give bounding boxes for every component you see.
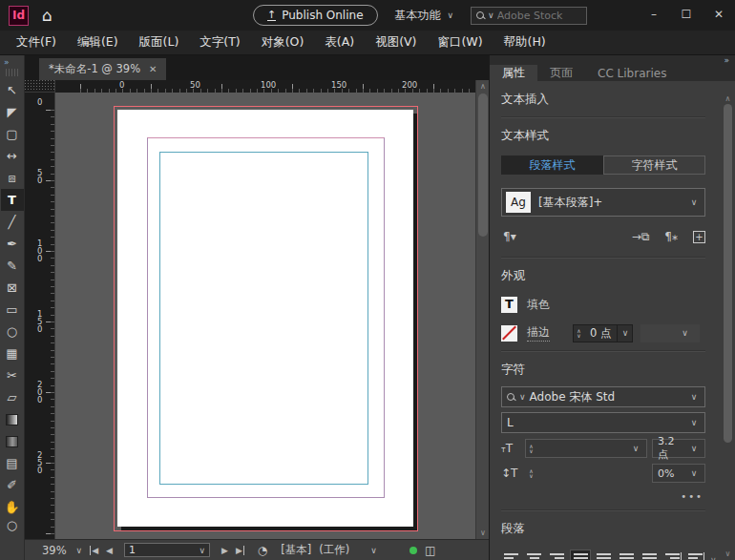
zoom-tool[interactable]: ○	[1, 518, 24, 531]
line-tool[interactable]: ╱	[1, 211, 24, 233]
pages-layout-icon[interactable]: ◫	[425, 544, 435, 557]
document-tab[interactable]: *未命名-1 @ 39% ✕	[39, 58, 166, 80]
rectangle-frame-tool[interactable]: ⊠	[1, 277, 24, 299]
menu-type[interactable]: 文字(T)	[189, 34, 250, 51]
align-toward-spine-button[interactable]	[662, 550, 682, 560]
paragraph-styles-tab[interactable]: 段落样式	[501, 156, 603, 175]
paragraph-style-dropdown[interactable]: Ag [基本段落]+ ∨	[501, 188, 705, 217]
chevron-down-icon[interactable]: ∨	[370, 546, 377, 555]
scroll-down-icon[interactable]: ∨	[721, 550, 735, 558]
pasteboard[interactable]	[55, 93, 475, 539]
toolbar-grip[interactable]	[6, 69, 19, 76]
rectangle-tool[interactable]: ▭	[1, 299, 24, 321]
menu-edit[interactable]: 编辑(E)	[67, 34, 129, 51]
chevron-down-icon[interactable]: ∨	[617, 325, 632, 342]
font-style-dropdown[interactable]: L ∨	[501, 412, 705, 433]
gap-tool[interactable]: ↔	[1, 145, 24, 167]
zoom-level-control[interactable]: 39% ∨	[42, 544, 82, 557]
menu-view[interactable]: 视图(V)	[365, 34, 427, 51]
text-frame[interactable]	[159, 152, 368, 485]
align-right-button[interactable]	[547, 550, 567, 560]
free-transform-tool[interactable]: ▱	[1, 386, 24, 408]
content-collector-tool[interactable]: ⧈	[1, 167, 24, 189]
hand-tool[interactable]: ✋	[1, 496, 24, 518]
vertical-ruler[interactable]: 0 50 100 150 200 250	[25, 93, 55, 539]
pen-tool[interactable]: ✒	[1, 233, 24, 255]
adobe-stock-search[interactable]: ∨	[471, 7, 587, 25]
preflight-profile[interactable]: (工作)	[319, 543, 349, 557]
tab-close-icon[interactable]: ✕	[149, 64, 157, 74]
stroke-label[interactable]: 描边	[527, 324, 550, 342]
maximize-button[interactable]: ☐	[670, 0, 703, 29]
page-number-input[interactable]	[129, 544, 186, 556]
fill-swatch[interactable]: T	[501, 297, 517, 313]
workspace-switcher[interactable]: 基本功能 ∨	[395, 8, 454, 24]
horizontal-ruler[interactable]: 0 50 100 150 200	[55, 80, 475, 93]
ellipse-tool[interactable]: ○	[1, 321, 24, 342]
justify-last-center-button[interactable]	[594, 550, 614, 560]
menu-object[interactable]: 对象(O)	[251, 34, 315, 51]
align-away-spine-button[interactable]	[685, 550, 705, 560]
panel-scrollbar[interactable]: ∧ ∨	[721, 93, 735, 560]
vertical-scrollbar[interactable]: ∧ ∨	[475, 80, 489, 539]
new-style-icon[interactable]: +	[693, 231, 705, 243]
page-1[interactable]	[117, 110, 413, 527]
justify-last-left-button[interactable]	[570, 550, 591, 560]
minimize-button[interactable]: –	[638, 0, 670, 29]
align-left-button[interactable]	[501, 550, 521, 560]
search-input[interactable]	[497, 10, 579, 22]
stepper-icon[interactable]: ∧ ∨	[526, 444, 536, 453]
redefine-style-icon[interactable]: →⧉	[632, 230, 650, 243]
stepper-icon[interactable]: ∧ ∨	[526, 468, 536, 478]
last-page-button[interactable]: ▶	[236, 546, 244, 555]
tab-pages[interactable]: 页面	[537, 65, 585, 81]
chevron-down-icon[interactable]: ∨	[710, 555, 717, 560]
menu-table[interactable]: 表(A)	[314, 34, 365, 51]
ruler-origin[interactable]	[25, 80, 55, 93]
home-icon[interactable]: ⌂	[42, 8, 52, 24]
first-page-button[interactable]: ◀	[90, 546, 98, 555]
page-number-field[interactable]: ∨	[124, 543, 210, 557]
clear-overrides-icon[interactable]: ¶⁎	[664, 230, 678, 243]
justify-all-button[interactable]	[640, 550, 660, 560]
canvas[interactable]: 0 50 100 150 200 0 50 100 150 200 250	[25, 80, 489, 539]
stroke-type-dropdown[interactable]: ∨	[640, 324, 700, 342]
selection-tool[interactable]: ↖	[1, 79, 24, 101]
direct-selection-tool[interactable]: ◤	[1, 101, 24, 123]
gradient-feather-tool[interactable]	[1, 430, 24, 452]
gradient-swatch-tool[interactable]	[1, 408, 24, 430]
publish-online-button[interactable]: ↑ Publish Online	[253, 5, 378, 26]
kerning-combo[interactable]: ∧ ∨	[525, 464, 647, 483]
menu-layout[interactable]: 版面(L)	[129, 34, 190, 51]
stroke-swatch[interactable]	[501, 325, 517, 342]
grid-tool[interactable]: ▦	[1, 342, 24, 364]
page-tool[interactable]: ▢	[1, 123, 24, 145]
preflight-gauge-icon[interactable]: ◔	[258, 544, 267, 557]
stroke-weight-box[interactable]: ∧ ∨ 0 点 ∨	[573, 324, 633, 342]
previous-page-button[interactable]: ◀	[106, 546, 113, 555]
character-more-options[interactable]: •••	[501, 487, 705, 509]
note-tool[interactable]: ▤	[1, 452, 24, 474]
paragraph-options-icon[interactable]: ¶▾	[503, 230, 516, 243]
tab-cc-libraries[interactable]: CC Libraries	[585, 65, 679, 81]
scrollbar-thumb[interactable]	[478, 93, 488, 237]
preflight-preset[interactable]: [基本]	[281, 543, 311, 557]
fill-label[interactable]: 填色	[527, 297, 550, 313]
leading-combo[interactable]: 3.2 点 ∨	[652, 439, 705, 458]
font-size-combo[interactable]: ∧ ∨ ∨	[525, 439, 647, 458]
tab-properties[interactable]: 属性	[490, 65, 537, 81]
step-down-icon[interactable]: ∨	[577, 333, 580, 338]
scroll-up-icon[interactable]: ∧	[476, 82, 489, 91]
font-family-dropdown[interactable]: ∨ Adobe 宋体 Std ∨	[501, 386, 705, 407]
scroll-down-icon[interactable]: ∨	[476, 529, 489, 537]
toolbar-collapse-icon[interactable]: »	[0, 55, 13, 67]
step-down-icon[interactable]: ∨	[529, 448, 533, 453]
scissors-tool[interactable]: ✂	[1, 364, 24, 386]
stepper-icon[interactable]: ∧ ∨	[574, 328, 584, 338]
pencil-tool[interactable]: ✎	[1, 255, 24, 277]
scrollbar-thumb[interactable]	[724, 104, 732, 443]
step-down-icon[interactable]: ∨	[529, 473, 533, 478]
panel-collapse-icon[interactable]: »	[490, 55, 735, 65]
align-center-button[interactable]	[524, 550, 544, 560]
justify-last-right-button[interactable]	[617, 550, 637, 560]
